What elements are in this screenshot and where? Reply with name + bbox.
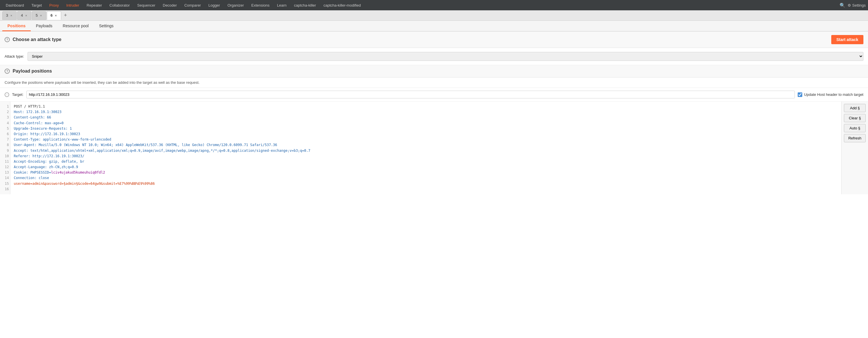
request-line-8: User-Agent: Mozilla/5.0 (Windows NT 10.0… <box>14 142 838 148</box>
request-line-12: Accept-Language: zh-CN,zh;q=0.9 <box>14 164 838 170</box>
payload-positions-help-icon[interactable]: ? <box>5 68 10 74</box>
attack-type-row: Attack type: Sniper Battering ram Pitchf… <box>0 48 868 65</box>
nav-comparer[interactable]: Comparer <box>181 1 205 9</box>
clear-section-button[interactable]: Clear § <box>844 114 866 122</box>
line-numbers: 12345678910111213141516 <box>0 101 10 194</box>
tab-5-close[interactable]: × <box>40 14 42 17</box>
nav-target[interactable]: Target <box>28 1 45 9</box>
settings-nav-item[interactable]: ⚙ Settings <box>848 3 866 7</box>
tab-3-close[interactable]: × <box>10 14 12 17</box>
target-icon[interactable]: ○ <box>5 92 9 97</box>
main-content: ? Choose an attack type Start attack Att… <box>0 32 868 338</box>
request-line-1: POST / HTTP/1.1 <box>14 104 838 109</box>
nav-logger[interactable]: Logger <box>205 1 223 9</box>
tab-settings[interactable]: Settings <box>94 21 119 31</box>
attack-type-title: Choose an attack type <box>12 37 61 42</box>
tab-positions[interactable]: Positions <box>2 21 31 31</box>
tab-4-label: 4 <box>21 13 23 18</box>
request-editor-area: 12345678910111213141516 POST / HTTP/1.1H… <box>0 101 868 194</box>
nav-captcha-killer[interactable]: captcha-killer <box>290 1 319 9</box>
nav-captcha-killer-modified[interactable]: captcha-killer-modified <box>320 1 364 9</box>
request-line-4: Cache-Control: max-age=0 <box>14 121 838 126</box>
attack-type-label: Attack type: <box>5 54 24 59</box>
request-line-14: Connection: close <box>14 175 838 181</box>
update-host-label: Update Host header to match target <box>804 92 863 97</box>
tab-3-label: 3 <box>6 13 8 18</box>
nav-extensions[interactable]: Extensions <box>248 1 273 9</box>
request-line-7: Content-Type: application/x-www-form-url… <box>14 137 838 142</box>
target-row: ○ Target: Update Host header to match ta… <box>0 88 868 101</box>
attack-type-help-icon[interactable]: ? <box>5 37 10 42</box>
nav-proxy[interactable]: Proxy <box>46 1 62 9</box>
request-line-13: Cookie: PHPSESSID=lciv4ujakud5kumeuhuiq0… <box>14 170 838 175</box>
request-line-3: Content-Length: 66 <box>14 115 838 120</box>
top-nav: Dashboard Target Proxy Intruder Repeater… <box>0 0 868 10</box>
tab-6[interactable]: 6 × <box>47 11 61 20</box>
tab-3[interactable]: 3 × <box>2 11 17 20</box>
payload-positions-header: ? Payload positions <box>0 65 868 78</box>
payload-positions-section: ? Payload positions Configure the positi… <box>0 65 868 194</box>
request-line-6: Origin: http://172.16.19.1:30023 <box>14 131 838 137</box>
nav-learn[interactable]: Learn <box>274 1 290 9</box>
update-host-checkbox[interactable] <box>798 92 802 97</box>
tab-resource-pool[interactable]: Resource pool <box>58 21 94 31</box>
payload-positions-description: Configure the positions where payloads w… <box>0 78 868 88</box>
attack-type-select[interactable]: Sniper Battering ram Pitchfork Cluster b… <box>28 52 863 61</box>
update-host-checkbox-row: Update Host header to match target <box>798 92 863 97</box>
tab-4[interactable]: 4 × <box>17 11 32 20</box>
tab-6-label: 6 <box>51 13 53 18</box>
tab-6-close[interactable]: × <box>54 14 57 17</box>
auto-section-button[interactable]: Auto § <box>844 124 866 132</box>
target-label: Target: <box>12 92 24 97</box>
nav-dashboard[interactable]: Dashboard <box>2 1 28 9</box>
nav-repeater[interactable]: Repeater <box>83 1 105 9</box>
tab-bar: 3 × 4 × 5 × 6 × + <box>0 10 868 21</box>
request-line-5: Upgrade-Insecure-Requests: 1 <box>14 126 838 131</box>
request-line-10: Referer: http://172.16.19.1:30023/ <box>14 154 838 159</box>
request-content[interactable]: POST / HTTP/1.1Host: 172.16.19.1:30023Co… <box>10 101 841 194</box>
search-icon[interactable]: 🔍 <box>840 3 845 8</box>
request-line-2: Host: 172.16.19.1:30023 <box>14 109 838 115</box>
tab-4-close[interactable]: × <box>25 14 28 17</box>
nav-decoder[interactable]: Decoder <box>159 1 180 9</box>
tab-payloads[interactable]: Payloads <box>31 21 58 31</box>
tab-5-label: 5 <box>36 13 38 18</box>
refresh-button[interactable]: Refresh <box>844 134 866 142</box>
nav-organizer[interactable]: Organizer <box>224 1 247 9</box>
nav-collaborator[interactable]: Collaborator <box>106 1 133 9</box>
side-buttons: Add § Clear § Auto § Refresh <box>841 101 868 194</box>
attack-type-section-header: ? Choose an attack type Start attack <box>0 32 868 48</box>
add-tab-button[interactable]: + <box>62 11 69 20</box>
tab-5[interactable]: 5 × <box>32 11 46 20</box>
target-input[interactable] <box>26 91 795 98</box>
start-attack-button[interactable]: Start attack <box>831 35 863 44</box>
sub-tab-bar: Positions Payloads Resource pool Setting… <box>0 21 868 32</box>
payload-positions-title: Payload positions <box>12 68 52 74</box>
nav-sequencer[interactable]: Sequencer <box>134 1 159 9</box>
request-line-16: username=admin&password=§admin§&code=64g… <box>14 181 838 186</box>
nav-intruder[interactable]: Intruder <box>63 1 83 9</box>
add-section-button[interactable]: Add § <box>844 104 866 112</box>
request-line-11: Accept-Encoding: gzip, deflate, br <box>14 159 838 164</box>
request-line-9: Accept: text/html,application/xhtml+xml,… <box>14 148 838 154</box>
